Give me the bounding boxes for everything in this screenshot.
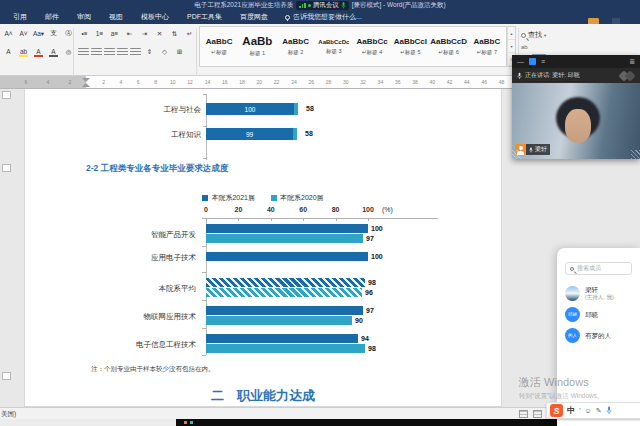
emoji-icon[interactable]: ☺ (585, 407, 592, 414)
microphone-icon (529, 147, 533, 153)
find-button[interactable]: 查找 ▾ (521, 30, 546, 40)
asian-layout-icon[interactable]: ✕ (153, 28, 166, 39)
ruler-number: 48 (493, 79, 510, 85)
ruler-number: 44 (458, 79, 475, 85)
change-case-icon[interactable]: Aa▾ (32, 28, 45, 39)
line-spacing-icon[interactable]: ⇕ (143, 46, 156, 57)
member-row[interactable]: 邱晓邱晓 (557, 304, 640, 325)
tell-me-label: 告诉我您想要做什么... (293, 12, 362, 22)
video-thumbnail[interactable]: 梁轩 (512, 83, 640, 159)
section-fold-icon[interactable] (2, 164, 11, 172)
tencent-meeting-pill[interactable]: 腾讯会议 (296, 1, 349, 10)
text-highlight-icon[interactable]: ab (17, 46, 30, 57)
ruler-number: 40 (424, 79, 441, 85)
shrink-font-icon[interactable]: A˅ (17, 28, 30, 39)
style-gallery-item[interactable]: AaBb标题 1 (238, 27, 276, 66)
pencil-icon[interactable]: ✎ (596, 407, 602, 415)
axis-tick (238, 218, 239, 221)
ribbon-tab[interactable]: 审阅 (68, 10, 100, 24)
ribbon-tab[interactable]: PDF工具集 (178, 10, 231, 24)
distribute-icon[interactable] (130, 48, 141, 56)
ruler-number: 8 (147, 79, 164, 85)
paragraph-mark-icon[interactable]: ↵ (183, 28, 196, 39)
language-indicator[interactable]: 美国) (1, 410, 16, 419)
punctuation-icon[interactable]: ’ (579, 407, 581, 414)
status-bar: 美国) (0, 407, 640, 419)
replace-button[interactable]: ab (521, 44, 528, 50)
menu-icon[interactable]: ≡ (541, 58, 545, 65)
style-label: ↵标题 (211, 49, 227, 56)
section-fold-icon[interactable] (2, 372, 11, 380)
ruler-number: 2 (59, 79, 81, 85)
borders-icon[interactable]: ⊞ (173, 46, 186, 57)
bullets-icon[interactable]: •≡ (78, 28, 91, 39)
clear-formatting-icon[interactable]: A (2, 46, 15, 57)
font-icons-row2: AabAA◎ (2, 46, 75, 57)
multilevel-list-icon[interactable]: a≡ (108, 28, 121, 39)
resize-grip[interactable] (631, 150, 640, 159)
document-page[interactable]: 工程与社会10058工程知识9958 2-2 工程类专业各专业毕业要求达成度 本… (24, 89, 502, 407)
character-shading-icon[interactable]: A (47, 46, 60, 57)
layout-icon[interactable] (529, 58, 536, 65)
align-center-icon[interactable] (91, 48, 102, 56)
phonetic-guide-icon[interactable]: 支 (47, 28, 60, 39)
style-label: ↵标题 6 (439, 49, 459, 56)
avatar: 的人 (565, 328, 580, 343)
shading-icon[interactable]: ◇ (158, 46, 171, 57)
gallery-scroll-button[interactable]: ▴ (508, 27, 515, 40)
search-icon (570, 267, 574, 271)
chart-category-label: 本院系平均 (25, 284, 201, 294)
first-line-indent-marker[interactable] (82, 78, 90, 82)
style-gallery-item[interactable]: AaBbC↵标题 7 (468, 27, 506, 66)
axis-tick (202, 218, 206, 219)
language-mode-icon[interactable]: 中 (567, 405, 575, 416)
bar (206, 288, 362, 297)
member-row[interactable]: 的人有梦的人 (557, 325, 640, 346)
tell-me-box[interactable]: 告诉我您想要做什么... (285, 12, 362, 22)
ribbon-tab[interactable]: 引用 (4, 10, 36, 24)
sogou-logo-icon[interactable]: S (550, 404, 563, 417)
style-gallery-item[interactable]: AaBbCcD↵标题 6 (430, 27, 468, 66)
justify-icon[interactable] (117, 48, 128, 56)
minimize-icon[interactable]: — (517, 58, 524, 65)
align-left-icon[interactable] (78, 48, 89, 56)
member-name: 梁轩 (585, 286, 614, 294)
gallery-scroll-button[interactable]: ▾ (508, 40, 515, 53)
members-list: 梁轩(主持人, 我)邱晓邱晓的人有梦的人 (557, 283, 640, 346)
panel-toggle-icon[interactable]: ≣ (629, 58, 635, 66)
style-gallery-item[interactable]: AaBbCcDc标题 3 (315, 27, 353, 66)
increase-indent-icon[interactable]: ⇥ (138, 28, 151, 39)
print-layout-icon[interactable] (533, 410, 542, 418)
section-fold-icon[interactable] (2, 91, 11, 99)
numbering-icon[interactable]: 1≡ (93, 28, 106, 39)
decrease-indent-icon[interactable]: ⇤ (123, 28, 136, 39)
member-row[interactable]: 梁轩(主持人, 我) (557, 283, 640, 304)
microphone-icon[interactable] (606, 406, 612, 415)
ruler-number: 14 (199, 79, 216, 85)
style-sample: AaBb (242, 36, 272, 48)
grow-font-icon[interactable]: A˄ (2, 28, 15, 39)
style-gallery-item[interactable]: AaBbC标题 2 (277, 27, 315, 66)
input-method-bar[interactable]: S 中’☺✎ (546, 402, 640, 419)
font-color-icon[interactable]: A (32, 46, 45, 57)
ribbon-tab[interactable]: 模板中心 (132, 10, 178, 24)
align-right-icon[interactable] (104, 48, 115, 56)
style-gallery-item[interactable]: AaBbC↵标题 (200, 27, 238, 66)
ruler-number: 38 (406, 79, 423, 85)
meeting-video-window[interactable]: — ≡ ≣ 正在讲话: 梁轩; 邱晓 梁轩 (512, 55, 640, 159)
ribbon-tab[interactable]: 邮件 (36, 10, 68, 24)
style-gallery-item[interactable]: AaBbCcI↵标题 5 (391, 27, 429, 66)
sort-icon[interactable]: ⇅ (168, 28, 181, 39)
style-gallery-item[interactable]: AaBbCc↵标题 4 (353, 27, 391, 66)
ribbon-tab[interactable]: 百度网盘 (231, 10, 277, 24)
members-panel: 搜索成员 梁轩(主持人, 我)邱晓邱晓的人有梦的人 (557, 248, 640, 426)
ribbon-tab[interactable]: 视图 (100, 10, 132, 24)
member-info: 有梦的人 (585, 332, 611, 340)
bar-value-label: 100 (371, 252, 383, 261)
read-mode-icon[interactable] (519, 410, 528, 418)
search-members-input[interactable]: 搜索成员 (565, 262, 632, 275)
x-axis-tick-label: 80 (332, 206, 340, 213)
avatar (565, 286, 580, 301)
resize-grip[interactable] (512, 150, 521, 159)
hanging-indent-marker[interactable] (82, 83, 90, 87)
